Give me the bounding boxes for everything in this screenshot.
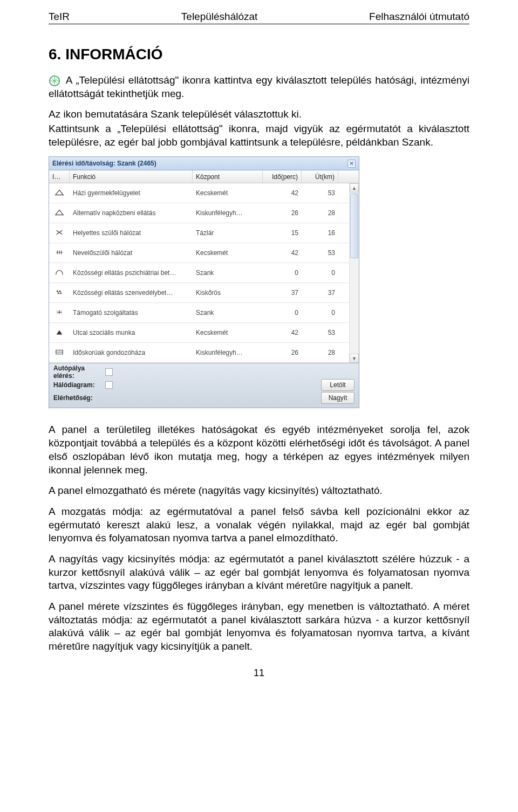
close-icon[interactable]: ✕ — [347, 160, 356, 168]
paragraph-desc-2: A panel elmozgatható és mérete (nagyítás… — [49, 484, 469, 498]
cell-function: Utcai szociális munka — [70, 329, 193, 336]
cell-function: Nevelőszülői hálózat — [70, 249, 193, 257]
col-header-distance[interactable]: Út(km) — [302, 170, 338, 183]
svg-point-1 — [57, 291, 58, 292]
table-row[interactable]: Alternatív napközbeni ellátásKiskunféleg… — [49, 203, 359, 223]
row-type-icon — [54, 209, 64, 218]
table-row[interactable]: Utcai szociális munkaKecskemét4253 — [49, 323, 359, 343]
intro-text-1: A „Települési ellátottság" ikonra kattin… — [49, 74, 469, 99]
paragraph-desc-4: A nagyítás vagy kicsinyítés módja: az eg… — [49, 553, 469, 593]
cell-center: Kiskunfélegyh… — [193, 349, 263, 356]
cell-distance: 0 — [302, 269, 338, 277]
cell-function: Közösségi ellátás pszichiátriai bet… — [70, 269, 193, 277]
col-header-center[interactable]: Központ — [193, 170, 263, 183]
row-type-icon — [54, 288, 64, 298]
cell-time: 26 — [263, 349, 302, 356]
cell-center: Kiskőrös — [193, 289, 263, 297]
cell-function: Helyettes szülői hálózat — [70, 229, 193, 237]
cell-center: Tázlár — [193, 229, 263, 237]
paragraph-desc-3: A mozgatás módja: az egérmutatóval a pan… — [49, 505, 469, 545]
col-header-function[interactable]: Funkció — [70, 170, 193, 183]
cell-function: Alternatív napközbeni ellátás — [70, 209, 193, 217]
document-header: TeIR Településhálózat Felhasználói útmut… — [49, 11, 469, 24]
cell-distance: 28 — [302, 209, 338, 217]
header-left: TeIR — [49, 11, 70, 23]
section-heading: 6. INFORMÁCIÓ — [49, 46, 469, 63]
table-row[interactable]: Támogató szolgáltatásSzank00 — [49, 303, 359, 323]
cell-time: 42 — [263, 189, 302, 197]
cell-function: Közösségi ellátás szenvedélybet… — [70, 289, 193, 297]
scroll-thumb[interactable] — [350, 194, 358, 258]
cell-center: Kecskemét — [193, 189, 263, 197]
table-row[interactable]: Időskorúak gondozóházaKiskunfélegyh…2628 — [49, 343, 359, 363]
col-header-time[interactable]: Idő(perc) — [263, 170, 302, 183]
grid-header-row: I… Funkció Központ Idő(perc) Út(km) — [49, 170, 359, 183]
row-type-icon — [54, 189, 64, 198]
scroll-down-icon[interactable]: ▼ — [350, 354, 359, 363]
cell-distance: 53 — [302, 249, 338, 257]
col-header-spacer — [338, 170, 359, 183]
header-center: Településhálózat — [181, 11, 258, 23]
cell-time: 42 — [263, 329, 302, 336]
svg-point-4 — [60, 292, 62, 294]
intro-paragraph-2: Az ikon bemutatására Szank települését v… — [49, 108, 469, 121]
download-button[interactable]: Letölt — [321, 379, 355, 391]
cell-center: Kecskemét — [193, 249, 263, 257]
cell-time: 37 — [263, 289, 302, 297]
table-row[interactable]: Közösségi ellátás pszichiátriai bet…Szan… — [49, 263, 359, 283]
highway-checkbox[interactable] — [105, 368, 113, 376]
panel-titlebar[interactable]: Elérési idő/távolság: Szank (2465) ✕ — [49, 157, 359, 170]
row-type-icon — [54, 308, 64, 318]
cell-time: 0 — [263, 269, 302, 277]
footer-label-diagram: Hálódiagram: — [53, 381, 105, 389]
cell-time: 26 — [263, 209, 302, 217]
row-type-icon — [54, 249, 64, 258]
vertical-scrollbar[interactable]: ▲ ▼ — [349, 183, 359, 363]
table-row[interactable]: Közösségi ellátás szenvedélybet…Kiskőrös… — [49, 283, 359, 303]
panel-footer: Autópálya elérés: Hálódiagram: Letölt El… — [49, 363, 359, 408]
diagram-checkbox[interactable] — [105, 381, 113, 389]
paragraph-desc-5: A panel mérete vízszintes és függőleges … — [49, 600, 469, 653]
zoom-button[interactable]: Nagyít — [321, 392, 355, 404]
cell-center: Kecskemét — [193, 329, 263, 336]
cell-time: 42 — [263, 249, 302, 257]
row-type-icon — [54, 269, 64, 278]
cell-center: Szank — [193, 269, 263, 277]
scroll-track[interactable] — [350, 192, 359, 354]
col-header-icon[interactable]: I… — [49, 170, 70, 183]
footer-label-reach: Elérhetőség: — [53, 394, 105, 402]
cell-distance: 0 — [302, 309, 338, 316]
svg-point-3 — [58, 292, 59, 294]
cell-center: Kiskunfélegyh… — [193, 209, 263, 217]
cell-distance: 28 — [302, 349, 338, 356]
cell-distance: 53 — [302, 189, 338, 197]
scroll-up-icon[interactable]: ▲ — [350, 183, 359, 192]
table-row[interactable]: Házi gyermekfelügyeletKecskemét4253 — [49, 183, 359, 203]
cell-distance: 53 — [302, 329, 338, 336]
cell-function: Támogató szolgáltatás — [70, 309, 193, 316]
table-row[interactable]: Nevelőszülői hálózatKecskemét4253 — [49, 243, 359, 263]
cell-function: Házi gyermekfelügyelet — [70, 189, 193, 197]
cell-center: Szank — [193, 309, 263, 316]
row-type-icon — [54, 348, 64, 357]
cell-time: 15 — [263, 229, 302, 237]
row-type-icon — [54, 328, 64, 338]
access-panel: Elérési idő/távolság: Szank (2465) ✕ I… … — [49, 156, 359, 408]
page-number: 11 — [49, 668, 469, 679]
header-right: Felhasználói útmutató — [369, 11, 469, 23]
footer-label-highway: Autópálya elérés: — [53, 364, 105, 380]
row-type-icon — [54, 229, 64, 238]
cell-distance: 16 — [302, 229, 338, 237]
table-row[interactable]: Helyettes szülői hálózatTázlár1516 — [49, 223, 359, 243]
info-icon — [49, 75, 60, 87]
cell-function: Időskorúak gondozóháza — [70, 349, 193, 356]
cell-time: 0 — [263, 309, 302, 316]
svg-point-2 — [59, 291, 60, 292]
intro-paragraph-3: Kattintsunk a „Települési ellátottság" i… — [49, 122, 469, 149]
intro-paragraph-1: A „Települési ellátottság" ikonra kattin… — [49, 74, 469, 100]
panel-title: Elérési idő/távolság: Szank (2465) — [52, 160, 156, 167]
cell-distance: 37 — [302, 289, 338, 297]
paragraph-desc-1: A panel a területileg illetékes hatóságo… — [49, 423, 469, 477]
